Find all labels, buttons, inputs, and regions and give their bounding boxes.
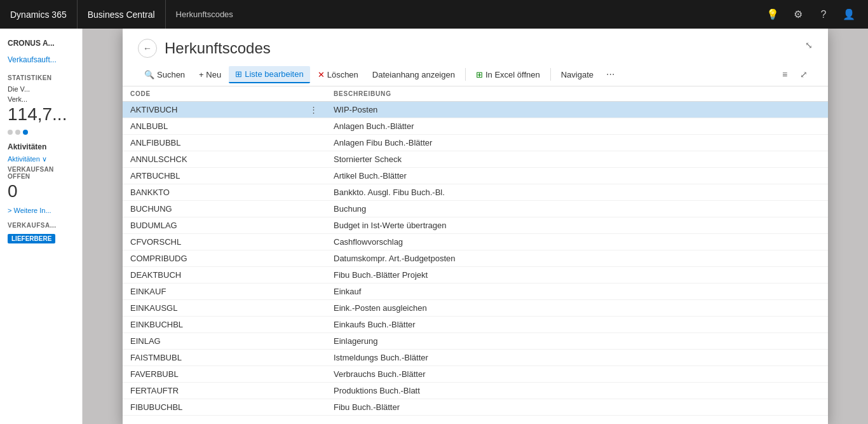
data-table: CODE BESCHREIBUNG AKTIVBUCH⋮WIP-PostenAN… xyxy=(123,86,828,416)
cell-beschreibung: Cashflowvorschlag xyxy=(326,234,828,250)
delete-button[interactable]: ✕ Löschen xyxy=(311,67,365,83)
search-label: Suchen xyxy=(157,70,185,79)
cell-beschreibung: Buchung xyxy=(326,201,828,217)
cell-code: AKTIVBUCH xyxy=(123,102,301,118)
expand-icon[interactable]: ⤢ xyxy=(795,65,813,83)
dot-1 xyxy=(8,130,13,135)
cell-drag-handle[interactable] xyxy=(301,383,326,399)
sidebar-vs-section: VERKAUFSAN OFFEN xyxy=(0,165,82,181)
sidebar-stat-label: Die V... xyxy=(0,84,82,94)
table-row[interactable]: AKTIVBUCH⋮WIP-Posten xyxy=(123,102,828,118)
table-container[interactable]: CODE BESCHREIBUNG AKTIVBUCH⋮WIP-PostenAN… xyxy=(123,86,828,424)
content-area: ⤡ ← Herkunftscodes 🔍 Suchen + xyxy=(83,29,868,424)
cell-drag-handle[interactable] xyxy=(301,217,326,234)
more-label: ··· xyxy=(606,69,614,79)
table-row[interactable]: EINLAGEinlagerung xyxy=(123,333,828,350)
nav-business-central[interactable]: Business Central xyxy=(78,0,166,29)
nav-icons-container: 💡 ⚙ ? 👤 xyxy=(761,3,868,26)
cell-code: ANLBUBL xyxy=(123,118,301,135)
cell-code: FIBUBUCHBL xyxy=(123,399,301,416)
table-row[interactable]: ANNULSCHCKStornierter Scheck xyxy=(123,151,828,168)
sidebar-more-link[interactable]: > Weitere In... xyxy=(0,204,82,217)
table-row[interactable]: BUDUMLAGBudget in Ist-Werte übertragen xyxy=(123,217,828,234)
table-row[interactable]: EINKAUFEinkauf xyxy=(123,284,828,300)
cell-code: ANLFIBUBBL xyxy=(123,135,301,151)
attachment-button[interactable]: Dateianhang anzeigen xyxy=(366,67,461,83)
table-row[interactable]: COMPRIBUDGDatumskompr. Art.-Budgetposten xyxy=(123,250,828,267)
table-row[interactable]: FERTAUFTRProduktions Buch.-Blatt xyxy=(123,383,828,399)
back-button[interactable]: ← xyxy=(138,39,157,58)
cell-drag-handle[interactable] xyxy=(301,168,326,184)
table-row[interactable]: ANLBUBLAnlagen Buch.-Blätter xyxy=(123,118,828,135)
cell-drag-handle[interactable] xyxy=(301,399,326,416)
cell-drag-handle[interactable] xyxy=(301,201,326,217)
cell-beschreibung: Einkauf xyxy=(326,284,828,300)
cell-drag-handle[interactable] xyxy=(301,366,326,383)
navigate-button[interactable]: Navigate xyxy=(555,67,600,83)
edit-list-label: Liste bearbeiten xyxy=(245,69,304,79)
cell-code: EINKBUCHBL xyxy=(123,317,301,333)
delete-label: Löschen xyxy=(327,70,358,79)
top-navigation: Dynamics 365 Business Central Herkunftsc… xyxy=(0,0,868,29)
table-row[interactable]: BUCHUNGBuchung xyxy=(123,201,828,217)
table-row[interactable]: FAISTMBUBLIstmeldungs Buch.-Blätter xyxy=(123,350,828,366)
sidebar-aktivitaten: Aktivitäten xyxy=(0,137,82,154)
sidebar-akt-link[interactable]: Aktivitäten ∨ xyxy=(0,154,82,165)
table-row[interactable]: DEAKTBUCHFibu Buch.-Blätter Projekt xyxy=(123,267,828,284)
gear-icon[interactable]: ⚙ xyxy=(787,3,810,26)
nav-dynamics365[interactable]: Dynamics 365 xyxy=(0,0,78,29)
cell-drag-handle[interactable] xyxy=(301,300,326,317)
sidebar-company: CRONUS A... xyxy=(0,34,82,53)
edit-list-button[interactable]: ⊞ Liste bearbeiten xyxy=(229,66,310,83)
toolbar: 🔍 Suchen + Neu ⊞ Liste bearbeiten ✕ Lösc… xyxy=(123,63,828,86)
delete-icon: ✕ xyxy=(318,70,325,79)
table-row[interactable]: ARTBUCHBLArtikel Buch.-Blätter xyxy=(123,168,828,184)
cell-code: ANNULSCHCK xyxy=(123,151,301,168)
cell-code: EINKAUF xyxy=(123,284,301,300)
cell-code: CFVORSCHL xyxy=(123,234,301,250)
sidebar-stat-value: 114,7... xyxy=(0,104,82,127)
cell-drag-handle[interactable] xyxy=(301,135,326,151)
collapse-icon[interactable]: ⤡ xyxy=(800,36,818,54)
table-row[interactable]: EINKBUCHBLEinkaufs Buch.-Blätter xyxy=(123,317,828,333)
table-row[interactable]: BANKKTOBankkto. Ausgl. Fibu Buch.-Bl. xyxy=(123,184,828,201)
new-button[interactable]: + Neu xyxy=(193,67,227,83)
user-icon[interactable]: 👤 xyxy=(837,3,860,26)
excel-button[interactable]: ⊞ In Excel öffnen xyxy=(470,67,546,83)
cell-beschreibung: WIP-Posten xyxy=(326,102,828,118)
sidebar-link[interactable]: Verkaufsauft... xyxy=(0,53,82,67)
cell-drag-handle[interactable] xyxy=(301,333,326,350)
cell-drag-handle[interactable] xyxy=(301,284,326,300)
breadcrumb-label: Herkunftscodes xyxy=(176,10,233,19)
lightbulb-icon[interactable]: 💡 xyxy=(761,3,784,26)
table-row[interactable]: FIBUBUCHBLFibu Buch.-Blätter xyxy=(123,399,828,416)
table-row[interactable]: EINKAUSGLEink.-Posten ausgleichen xyxy=(123,300,828,317)
cell-beschreibung: Fibu Buch.-Blätter xyxy=(326,399,828,416)
sidebar-statistiken: STATISTIKEN xyxy=(0,67,82,84)
business-central-label: Business Central xyxy=(88,10,155,20)
cell-code: FAISTMBUBL xyxy=(123,350,301,366)
cell-drag-handle[interactable] xyxy=(301,350,326,366)
cell-drag-handle[interactable] xyxy=(301,234,326,250)
cell-drag-handle[interactable] xyxy=(301,267,326,284)
cell-drag-handle[interactable] xyxy=(301,151,326,168)
table-row[interactable]: FAVERBUBLVerbrauchs Buch.-Blätter xyxy=(123,366,828,383)
cell-drag-handle[interactable] xyxy=(301,317,326,333)
cell-beschreibung: Artikel Buch.-Blätter xyxy=(326,168,828,184)
help-icon[interactable]: ? xyxy=(812,3,835,26)
nav-breadcrumb: Herkunftscodes xyxy=(166,10,761,19)
cell-code: COMPRIBUDG xyxy=(123,250,301,267)
sidebar-badge[interactable]: LIEFERBERE xyxy=(8,234,55,243)
cell-beschreibung: Anlagen Fibu Buch.-Blätter xyxy=(326,135,828,151)
sidebar-vs-section2: VERKAUFSA... xyxy=(0,217,82,231)
cell-beschreibung: Stornierter Scheck xyxy=(326,151,828,168)
more-button[interactable]: ··· xyxy=(601,65,620,83)
list-view-icon[interactable]: ≡ xyxy=(776,65,794,83)
table-row[interactable]: CFVORSCHLCashflowvorschlag xyxy=(123,234,828,250)
cell-drag-handle[interactable]: ⋮ xyxy=(301,102,326,118)
table-row[interactable]: ANLFIBUBBLAnlagen Fibu Buch.-Blätter xyxy=(123,135,828,151)
cell-drag-handle[interactable] xyxy=(301,118,326,135)
cell-drag-handle[interactable] xyxy=(301,250,326,267)
cell-drag-handle[interactable] xyxy=(301,184,326,201)
search-button[interactable]: 🔍 Suchen xyxy=(138,67,191,83)
